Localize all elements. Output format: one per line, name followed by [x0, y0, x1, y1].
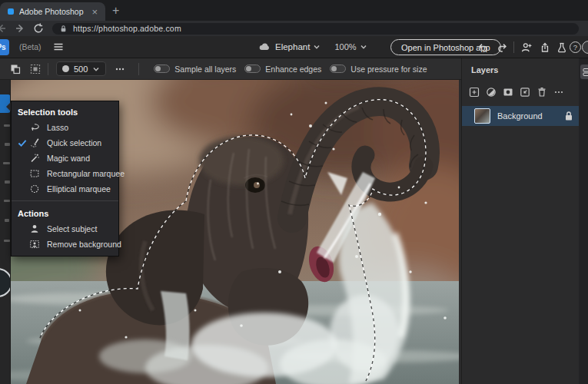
menu-item-elliptical-marquee[interactable]: Elliptical marquee: [12, 181, 118, 197]
menu-item-select-subject[interactable]: Select subject: [12, 221, 118, 237]
url-text: https://photoshop.adobe.com: [73, 24, 181, 33]
flyout-notch: [6, 102, 11, 111]
tool-icon-fragment[interactable]: [3, 162, 10, 164]
photoshop-header: Ps (Beta) Elephant 100% Open in Photosho…: [0, 36, 588, 58]
panel-layers-icon: [583, 68, 588, 77]
layers-panel-toggle-button[interactable]: [580, 65, 588, 79]
tools-sidebar: [0, 80, 11, 384]
menu-item-rectangular-marquee[interactable]: Rectangular marquee: [12, 166, 118, 181]
url-bar[interactable]: https://photoshop.adobe.com: [52, 23, 579, 35]
undo-icon[interactable]: [477, 41, 489, 54]
layers-panel: Layers: [461, 58, 579, 384]
tool-options-bar: 500 Sample all layers Enhance edges Use …: [0, 58, 461, 80]
layers-panel-title: Layers: [462, 58, 579, 74]
layer-lock-icon[interactable]: [564, 111, 573, 121]
toggle-switch[interactable]: [244, 65, 261, 73]
toggle-switch[interactable]: [330, 65, 346, 73]
new-tab-button[interactable]: +: [112, 3, 119, 18]
tool-icon-fragment[interactable]: [5, 180, 10, 184]
rectangular-marquee-icon: [29, 168, 40, 179]
layer-name: Background: [497, 111, 564, 121]
move-layer-icon[interactable]: [519, 86, 531, 98]
chevron-down-icon: [92, 65, 100, 73]
photoshop-favicon: [8, 8, 14, 15]
more-options-icon[interactable]: [114, 63, 126, 75]
lock-icon: [58, 24, 68, 34]
menu-item-remove-background[interactable]: Remove background: [12, 237, 118, 252]
app-window: Adobe Photoshop × + https://photoshop.ad…: [0, 0, 588, 384]
beta-label: (Beta): [19, 42, 42, 51]
toggle-switch[interactable]: [154, 65, 170, 73]
tool-icon-fragment[interactable]: [4, 124, 10, 127]
menu-section-title: Actions: [12, 203, 118, 221]
layer-row-background[interactable]: Background: [462, 106, 580, 126]
tool-icon-fragment[interactable]: [4, 200, 10, 202]
cloud-icon: [258, 41, 271, 53]
select-subject-icon: [29, 223, 40, 234]
header-divider: [513, 41, 514, 53]
delete-layer-icon[interactable]: [536, 86, 548, 98]
browser-tabstrip: Adobe Photoshop × +: [0, 0, 588, 21]
layer-mask-icon[interactable]: [502, 86, 514, 98]
tab-close-icon[interactable]: ×: [90, 7, 99, 17]
brush-size-control[interactable]: 500: [56, 61, 106, 76]
menu-item-lasso[interactable]: Lasso: [12, 120, 118, 135]
toggle-use-pressure[interactable]: Use pressure for size: [330, 65, 427, 74]
menu-item-magic-wand[interactable]: Magic wand: [12, 151, 118, 166]
quick-selection-icon: [29, 137, 40, 148]
panels-rail: [579, 58, 588, 384]
photoshop-logo: Ps: [0, 39, 9, 55]
lasso-icon: [29, 122, 40, 133]
subtract-selection-mode-icon[interactable]: [29, 63, 42, 75]
menu-section-title: Selection tools: [12, 101, 118, 120]
zoom-level[interactable]: 100%: [334, 42, 356, 51]
layers-more-options-icon[interactable]: [553, 86, 565, 98]
menu-item-quick-selection[interactable]: Quick selection: [12, 135, 118, 151]
color-swatch-tool[interactable]: [0, 268, 11, 297]
layers-toolbar: [462, 84, 580, 100]
layer-thumbnail[interactable]: [474, 108, 490, 124]
elliptical-marquee-icon: [29, 184, 40, 194]
tool-icon-fragment[interactable]: [5, 219, 9, 222]
account-avatar[interactable]: [582, 41, 588, 54]
options-divider: [48, 63, 48, 75]
chevron-down-icon: [313, 43, 321, 51]
check-icon: [18, 139, 27, 147]
remove-background-icon: [29, 239, 40, 250]
tool-icon-fragment[interactable]: [4, 240, 10, 242]
tool-icon-fragment[interactable]: [5, 143, 10, 146]
flask-feedback-icon[interactable]: [556, 41, 568, 54]
selection-tools-menu: Selection tools Lasso: [11, 101, 119, 257]
adjustments-icon[interactable]: [485, 86, 497, 98]
menu-hamburger-icon[interactable]: [52, 41, 65, 53]
options-divider: [138, 63, 139, 75]
document-name: Elephant: [275, 42, 310, 51]
share-icon[interactable]: [539, 41, 551, 54]
tab-title: Adobe Photoshop: [19, 7, 90, 16]
toggle-enhance-edges[interactable]: Enhance edges: [244, 65, 321, 74]
document-switcher[interactable]: Elephant 100%: [258, 41, 367, 53]
brush-preview-icon: [62, 65, 69, 72]
browser-tab[interactable]: Adobe Photoshop ×: [0, 2, 105, 21]
new-selection-mode-icon[interactable]: [9, 63, 22, 75]
brush-size-value: 500: [74, 65, 88, 74]
back-icon[interactable]: [0, 22, 8, 35]
help-icon[interactable]: ?: [570, 41, 581, 53]
toggle-sample-all-layers[interactable]: Sample all layers: [154, 65, 236, 74]
chevron-down-icon: [360, 43, 367, 51]
refresh-icon[interactable]: [32, 22, 45, 35]
magic-wand-icon: [29, 153, 40, 164]
invite-people-icon[interactable]: [520, 41, 533, 54]
forward-icon[interactable]: [14, 22, 26, 35]
menu-divider: [12, 200, 118, 201]
add-layer-icon[interactable]: [468, 86, 480, 98]
redo-icon[interactable]: [497, 41, 509, 54]
browser-toolbar: https://photoshop.adobe.com: [0, 21, 588, 36]
